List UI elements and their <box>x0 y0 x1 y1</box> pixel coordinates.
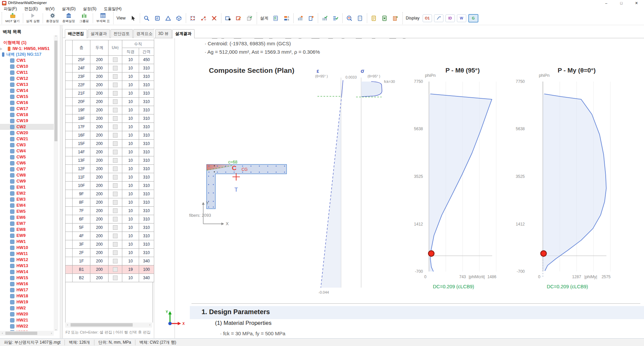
cell-thickness[interactable]: 200 <box>90 215 109 224</box>
tool-fit-box[interactable]: F <box>152 11 163 25</box>
report-tab-0[interactable]: 3D 뷰 <box>155 29 172 38</box>
cell-spacing[interactable]: 340 <box>139 274 154 282</box>
tree-item-hw20[interactable]: HW20 <box>0 311 54 317</box>
cell-diameter[interactable]: 10 <box>122 232 139 240</box>
cell-floor[interactable]: 16F <box>73 131 90 140</box>
cell-spacing[interactable]: 310 <box>139 232 154 240</box>
cell-diameter[interactable]: 10 <box>122 207 139 215</box>
table-row-b2[interactable]: B220010340 <box>66 274 154 282</box>
tree-item-ew3[interactable]: EW3 <box>0 196 54 202</box>
cell-floor[interactable]: 9F <box>73 190 90 198</box>
cell-ubar[interactable] <box>109 215 122 224</box>
cell-diameter[interactable]: 10 <box>122 165 139 173</box>
cell-spacing[interactable]: 310 <box>139 215 154 224</box>
table-row-3f[interactable]: 3F20010310 <box>66 240 154 249</box>
menu-item-5[interactable]: 도움말(H) <box>100 6 125 11</box>
tool-check-list[interactable] <box>270 11 281 25</box>
grid-tab-3[interactable]: 경계요소 <box>133 29 154 38</box>
minimize-button[interactable]: – <box>599 0 614 6</box>
tree-item-ew6[interactable]: EW6 <box>0 214 54 220</box>
ubar-checkbox[interactable] <box>113 166 118 171</box>
row-selector[interactable] <box>66 265 73 274</box>
ubar-checkbox[interactable] <box>113 150 118 154</box>
cell-thickness[interactable]: 200 <box>90 140 109 148</box>
cell-thickness[interactable]: 200 <box>90 64 109 72</box>
cell-diameter[interactable]: 10 <box>122 198 139 207</box>
close-button[interactable]: ✕ <box>629 0 644 6</box>
tree-item-hw11[interactable]: HW11 <box>0 251 54 257</box>
tool-bar-add[interactable] <box>295 11 306 25</box>
cell-diameter[interactable]: 10 <box>122 224 139 232</box>
cell-spacing[interactable]: 310 <box>139 72 154 81</box>
cell-thickness[interactable]: 200 <box>90 123 109 131</box>
tool-delete-x[interactable] <box>209 11 220 25</box>
table-row-22f[interactable]: 22F20010310 <box>66 81 154 89</box>
menu-item-0[interactable]: 파일(F) <box>0 6 20 11</box>
table-row-17f[interactable]: 17F20010310 <box>66 123 154 131</box>
tree-item-cw4[interactable]: CW4 <box>0 148 54 154</box>
cell-diameter[interactable]: 10 <box>122 140 139 148</box>
scroll-right-icon[interactable]: › <box>148 323 152 327</box>
menu-item-2[interactable]: 뷰(V) <box>41 6 58 11</box>
tool-select-region[interactable] <box>187 11 198 25</box>
expander-icon[interactable]: ▷ <box>0 47 2 50</box>
ubar-checkbox[interactable] <box>113 208 118 213</box>
cell-thickness[interactable]: 200 <box>90 148 109 156</box>
tool-triangle[interactable] <box>163 11 174 25</box>
row-selector[interactable] <box>66 165 73 173</box>
row-selector[interactable] <box>66 98 73 106</box>
cell-ubar[interactable] <box>109 182 122 190</box>
ubar-checkbox[interactable] <box>113 200 118 205</box>
cell-spacing[interactable]: 310 <box>139 249 154 257</box>
row-selector[interactable] <box>66 257 73 265</box>
tree-item-hw2[interactable]: HW2 <box>0 305 54 311</box>
cell-spacing[interactable]: 310 <box>139 81 154 89</box>
cell-spacing[interactable]: 310 <box>139 131 154 140</box>
cell-spacing[interactable]: 310 <box>139 114 154 123</box>
tool-zoom[interactable] <box>141 11 152 25</box>
cell-floor[interactable]: 13F <box>73 156 90 165</box>
tool-box-eye[interactable] <box>223 11 233 25</box>
cell-thickness[interactable]: 200 <box>90 114 109 123</box>
cell-ubar[interactable] <box>109 89 122 98</box>
cell-ubar[interactable] <box>109 265 122 274</box>
cell-diameter[interactable]: 10 <box>122 131 139 140</box>
tree-item-cw15[interactable]: CW15 <box>0 94 54 100</box>
cell-thickness[interactable]: 200 <box>90 274 109 282</box>
tree-item-ew8[interactable]: EW8 <box>0 227 54 233</box>
tree-item-cw8[interactable]: CW8 <box>0 172 54 178</box>
tree-item-hw21[interactable]: HW21 <box>0 317 54 323</box>
cell-ubar[interactable] <box>109 156 122 165</box>
menu-item-1[interactable]: 편집(E) <box>20 6 41 11</box>
cell-thickness[interactable]: 200 <box>90 72 109 81</box>
tool-zoom-doc[interactable] <box>344 11 355 25</box>
ubar-checkbox[interactable] <box>113 250 118 255</box>
grid-hscroll-thumb[interactable] <box>71 323 133 327</box>
ubar-checkbox[interactable] <box>113 217 118 221</box>
ubar-checkbox[interactable] <box>113 57 118 62</box>
tree-item-cw14[interactable]: CW14 <box>0 88 54 94</box>
table-row-14f[interactable]: 14F20010310 <box>66 148 154 156</box>
maximize-button[interactable]: □ <box>614 0 629 6</box>
tree-item-hw13[interactable]: HW13 <box>0 263 54 269</box>
tool-panel-add[interactable] <box>306 11 316 25</box>
row-selector[interactable] <box>66 106 73 114</box>
ubar-checkbox[interactable] <box>113 108 118 112</box>
table-row-12f[interactable]: 12F20010310 <box>66 165 154 173</box>
cell-floor[interactable]: 14F <box>73 148 90 156</box>
cell-diameter[interactable]: 10 <box>122 249 139 257</box>
cell-ubar[interactable] <box>109 207 122 215</box>
tree-item-cw21[interactable]: CW21 <box>0 136 54 142</box>
cell-diameter[interactable]: 10 <box>122 240 139 249</box>
tree-item-hw19[interactable]: HW19 <box>0 299 54 305</box>
cell-thickness[interactable]: 200 <box>90 106 109 114</box>
cell-spacing[interactable]: 310 <box>139 182 154 190</box>
cell-spacing[interactable]: 310 <box>139 106 154 114</box>
cell-diameter[interactable]: 19 <box>122 265 139 274</box>
tool-bar-check[interactable] <box>319 11 330 25</box>
cell-ubar[interactable] <box>109 64 122 72</box>
cell-floor[interactable]: 6F <box>73 215 90 224</box>
table-row-24f[interactable]: 24F20010310 <box>66 64 154 72</box>
cell-thickness[interactable]: 200 <box>90 198 109 207</box>
tree-group-irregular-walls[interactable]: 이형벽체 (1) <box>0 40 54 46</box>
